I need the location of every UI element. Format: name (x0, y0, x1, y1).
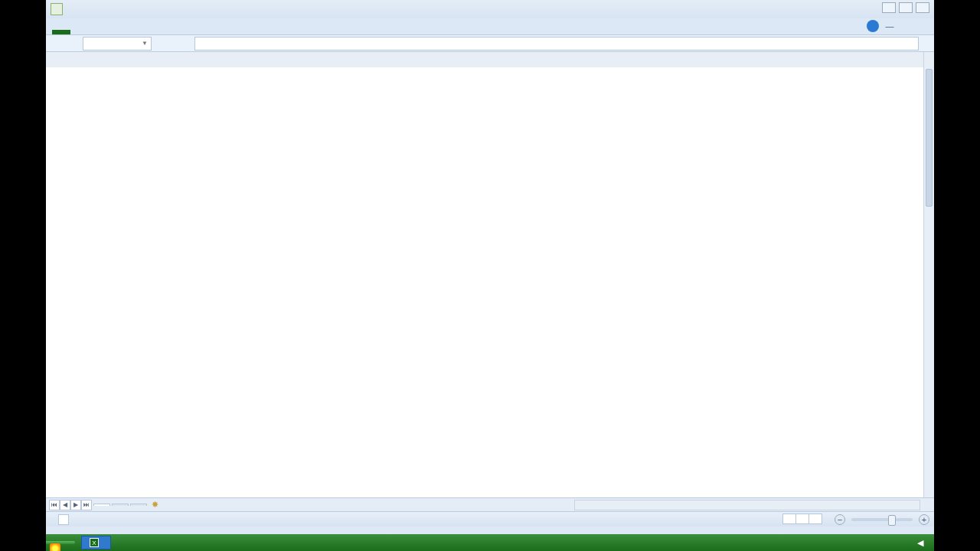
qat-customize-icon[interactable] (112, 3, 124, 15)
zoom-in-icon[interactable]: + (919, 514, 929, 525)
tab-developer[interactable] (181, 30, 196, 34)
excel-taskbar-icon: X (90, 538, 99, 547)
workbook-restore-icon[interactable] (900, 20, 913, 32)
close-button[interactable] (916, 2, 929, 13)
vertical-scrollbar[interactable] (923, 52, 934, 497)
grid (46, 52, 934, 497)
minimize-button[interactable] (882, 2, 896, 13)
excel-icon (51, 3, 63, 15)
excel-window: — ▼ ⏮ ◀ ▶ ⏭ ✸ (46, 0, 934, 534)
new-sheet-icon[interactable]: ✸ (152, 500, 158, 510)
maximize-button[interactable] (899, 2, 913, 13)
start-button[interactable] (46, 541, 75, 544)
workbook-close-icon[interactable] (917, 20, 929, 32)
title-bar (46, 0, 934, 18)
tab-home[interactable] (74, 30, 89, 34)
sheet-tab-1[interactable] (93, 504, 110, 506)
taskbar: X ◀ (46, 534, 934, 551)
undo-icon[interactable] (81, 3, 93, 15)
workbook-min-icon[interactable]: — (884, 20, 896, 32)
status-bar: − + (46, 511, 934, 527)
tab-view[interactable] (165, 30, 181, 34)
tab-formulas[interactable] (119, 30, 135, 34)
tab-file[interactable] (52, 30, 70, 34)
zoom-out-icon[interactable]: − (835, 514, 845, 525)
ribbon-tabs: — (46, 18, 934, 35)
zoom-slider[interactable] (851, 518, 913, 521)
tray-icon[interactable]: ◀ (917, 538, 923, 548)
sheet-nav-next-icon[interactable]: ▶ (70, 500, 81, 510)
save-icon[interactable] (66, 3, 78, 15)
tab-insert[interactable] (89, 30, 104, 34)
sheet-nav-last-icon[interactable]: ⏭ (81, 500, 92, 510)
ribbon-minimize-icon[interactable] (850, 20, 862, 32)
quick-access-toolbar (46, 3, 124, 15)
sheet-tab-bar: ⏮ ◀ ▶ ⏭ ✸ (46, 497, 934, 511)
sheet-nav-prev-icon[interactable]: ◀ (60, 500, 70, 510)
sheet-nav-first-icon[interactable]: ⏮ (49, 500, 60, 510)
redo-icon[interactable] (96, 3, 109, 15)
name-box[interactable]: ▼ (83, 37, 152, 51)
tab-page-layout[interactable] (104, 30, 119, 34)
tab-review[interactable] (150, 30, 165, 34)
taskbar-item-excel[interactable]: X (81, 536, 111, 549)
horizontal-scrollbar[interactable] (574, 500, 920, 510)
sheet-tab-3[interactable] (130, 504, 147, 506)
formula-bar-row: ▼ (46, 35, 934, 52)
formula-bar[interactable] (194, 37, 919, 51)
help-icon[interactable] (867, 20, 879, 32)
sheet-tab-2[interactable] (112, 504, 129, 506)
view-buttons[interactable] (783, 514, 822, 526)
name-box-dropdown-icon[interactable]: ▼ (142, 40, 148, 47)
system-tray: ◀ (917, 538, 929, 548)
tab-data[interactable] (135, 30, 150, 34)
macro-record-icon[interactable] (58, 514, 69, 525)
